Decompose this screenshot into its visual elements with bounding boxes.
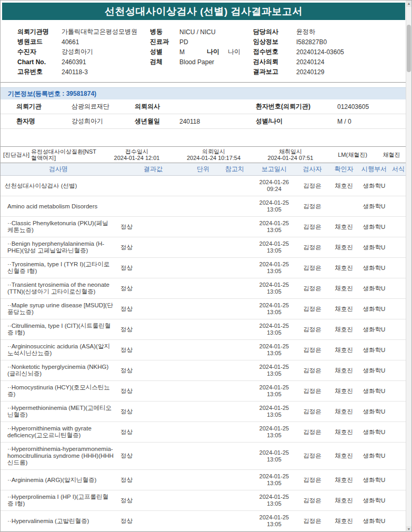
request-datetime: 의뢰일시 2024-01-24 10:17:54 (175, 148, 252, 161)
report-time: 13:05 (253, 432, 295, 439)
info-line: 담당의사윤정하 (253, 27, 407, 37)
tester: 김정은 (295, 387, 329, 395)
table-row[interactable]: ··Hypervalinemia (고발린혈증) 정상 2024-01-25 1… (1, 511, 407, 531)
performing-dept: 생화학U (358, 517, 390, 525)
confirmer: 채호진 (329, 452, 358, 460)
tester: 김정은 (295, 203, 329, 210)
table-row[interactable]: ··Classic Phenylketonuria (PKU)(페닐케톤뇨증) … (1, 217, 407, 237)
tester: 김정은 (295, 497, 329, 505)
column-header-confirmer: 확인자 (329, 165, 358, 174)
report-datetime: 2024-01-25 13:05 (253, 514, 295, 528)
table-row[interactable]: ··Maple syrup urine disease [MSUD](단풍당뇨증… (1, 299, 407, 319)
report-datetime: 2024-01-25 13:05 (253, 405, 295, 418)
report-date: 2024-01-25 (253, 494, 295, 500)
result-value: 정상 (116, 305, 190, 313)
report-datetime: 2024-01-25 13:05 (253, 240, 295, 254)
field-label: 임상정보 (253, 37, 296, 46)
field-label: 수진자 (17, 47, 62, 56)
table-row[interactable]: ··Hyperprolinemia I (HP I)(고프롤린혈증 I형) 정상… (1, 490, 407, 511)
report-time: 13:05 (253, 329, 295, 336)
table-row[interactable]: ··Citrullinemia, type I (CIT)(시트룰린혈증 I형)… (1, 319, 407, 340)
report-date: 2024-01-25 (253, 384, 295, 391)
field-label: 접수번호 (253, 47, 296, 56)
report-time: 13:05 (253, 350, 295, 357)
table-row[interactable]: ··Benign hyperphenylalaninemia (H-PHE)(양… (1, 237, 407, 258)
scrollbar-thumb[interactable] (407, 25, 411, 72)
report-time: 13:05 (253, 206, 295, 213)
field-label: 의뢰기관 (16, 102, 72, 111)
table-row[interactable]: ··Transient tyrosinemia of the neonate (… (1, 278, 407, 299)
report-datetime: 2024-01-25 13:05 (253, 425, 295, 439)
field-label: Chart No. (17, 58, 62, 66)
result-value: 정상 (116, 346, 190, 354)
result-value: 정상 (116, 476, 190, 484)
tester: 김정은 (295, 408, 329, 416)
result-value: 정상 (116, 497, 190, 505)
field-label: 성별 (150, 47, 179, 56)
test-name: ··Hypermethioninemia (MET)(고메티오닌혈증) (1, 405, 116, 418)
performing-dept: 생화학U (358, 387, 390, 395)
performing-dept: 생화학U (358, 367, 390, 375)
report-date: 2024-01-25 (253, 323, 295, 329)
performing-dept: 생화학U (358, 285, 390, 293)
report-date: 2024-01-25 (253, 282, 295, 288)
table-row[interactable]: 선천성대사이상검사 (선별) 2024-01-26 09:24 김정은 채호진 … (1, 176, 407, 196)
result-value: 정상 (116, 264, 190, 272)
table-row[interactable]: Amino acid metabolism Disorders 2024-01-… (1, 196, 407, 217)
table-row[interactable]: ··Nonketotic hyperglycinemia (NKHG)(글리신뇌… (1, 360, 407, 381)
field-label: 의뢰일시 (175, 148, 252, 155)
confirmer: 채호진 (329, 367, 358, 375)
scrollbar[interactable]: ▲ ▼ (406, 1, 411, 532)
field-label: 병원코드 (17, 37, 62, 46)
table-row[interactable]: ··Argininemia (ARG)(알지닌혈증) 정상 2024-01-25… (1, 470, 407, 490)
ward-specimen-info: 병동NICU / NICU진료과PD성별M나이나이검체Blood Paper (150, 27, 253, 77)
lab-report-page: 선천성대사이상검사 (선별) 검사결과보고서 의뢰기관명가톨릭대학교은평성모병원… (0, 0, 412, 532)
table-row[interactable]: ··Homocystinuria (HCY)(호모시스틴뇨증) 정상 2024-… (1, 381, 407, 401)
column-header-form: 서식 (390, 165, 407, 174)
report-date: 2024-01-25 (253, 514, 295, 521)
report-datetime: 2024-01-25 13:05 (253, 220, 295, 234)
scroll-up-icon[interactable]: ▲ (406, 1, 411, 7)
report-time: 13:05 (253, 247, 295, 254)
table-row[interactable]: ··Hypermethioninemia (MET)(고메티오닌혈증) 정상 2… (1, 401, 407, 422)
column-header-dept: 시행부서 (358, 165, 390, 174)
table-row[interactable]: ··Argininosuccinic aciduria (ASA)(알지노석시닌… (1, 340, 407, 360)
field-value: I582827B0 (296, 38, 327, 46)
field-value: 2024-01-24 10:17:54 (175, 155, 252, 161)
confirmer: 채호진 (329, 387, 358, 395)
report-datetime: 2024-01-25 13:05 (253, 494, 295, 507)
table-row[interactable]: ··Tyrosinemia, type I (TYR I)(고타이로신혈증 I형… (1, 258, 407, 278)
field-value: 강성희아기 (72, 117, 135, 126)
report-time: 13:05 (253, 391, 295, 398)
confirmer: 채호진 (329, 346, 358, 354)
test-name: ··Homocystinuria (HCY)(호모시스틴뇨증) (1, 384, 116, 398)
report-date: 2024-01-25 (253, 425, 295, 432)
section-title: 기본정보(등록번호 : 39581874) (8, 90, 96, 97)
performing-dept: 생화학U (358, 497, 390, 505)
field-label: 진료과 (150, 37, 179, 46)
scroll-down-icon[interactable]: ▼ (406, 526, 411, 532)
confirmer: 채호진 (329, 408, 358, 416)
table-row[interactable]: ··Hyperornithinemia with gyrate deficien… (1, 422, 407, 443)
field-label: 검사의뢰 (253, 57, 296, 66)
performing-dept: 생화학U (358, 476, 390, 484)
report-datetime: 2024-01-25 13:05 (253, 343, 295, 357)
table-row[interactable]: ··Hyperornithinemia-hyperammonemia-homoc… (1, 443, 407, 470)
info-line: 검사의뢰20240124 (253, 57, 407, 67)
test-name: ··Classic Phenylketonuria (PKU)(페닐케톤뇨증) (1, 220, 116, 234)
test-name: ··Argininemia (ARG)(알지닌혈증) (1, 477, 116, 484)
result-value: 정상 (116, 452, 190, 460)
field-value: 20240129 (296, 68, 324, 76)
report-datetime: 2024-01-25 13:05 (253, 364, 295, 377)
field-value: 나이 (228, 47, 255, 56)
info-line: 수진자강성희아기 (17, 47, 150, 57)
test-name: ··Tyrosinemia, type I (TYR I)(고타이로신혈증 I형… (1, 261, 116, 275)
test-name: ··Hyperornithinemia with gyrate deficien… (1, 425, 116, 439)
field-value: 강성희아기 (62, 47, 93, 56)
report-time: 13:05 (253, 411, 295, 418)
confirmer: 채호진 (329, 285, 358, 293)
test-name: 선천성대사이상검사 (선별) (1, 183, 116, 189)
info-line: 병동NICU / NICU (150, 27, 253, 37)
field-label: 접수일시 (98, 148, 175, 155)
test-name: ··Transient tyrosinemia of the neonate (… (1, 282, 116, 295)
